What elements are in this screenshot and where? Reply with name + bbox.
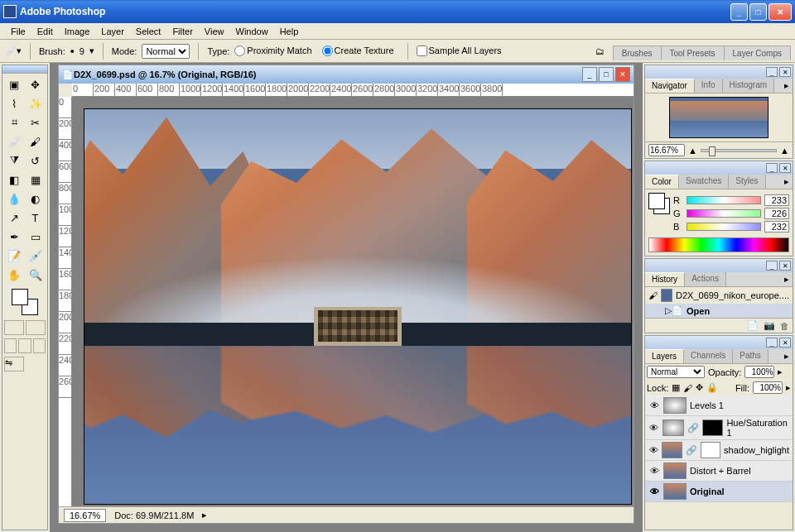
window-minimize[interactable]: _: [730, 3, 748, 21]
new-doc-icon[interactable]: 📄: [747, 320, 759, 331]
tool-zoom[interactable]: 🔍: [26, 266, 46, 284]
menu-help[interactable]: Help: [274, 25, 305, 38]
tool-shape[interactable]: ▭: [26, 228, 46, 246]
visibility-icon[interactable]: 👁: [648, 465, 660, 477]
tool-preset-icon[interactable]: 🩹▾: [5, 46, 22, 56]
window-maximize[interactable]: □: [749, 3, 767, 21]
panel-close[interactable]: ✕: [779, 338, 791, 347]
tool-eyedropper[interactable]: 💉: [26, 247, 46, 265]
tool-slice[interactable]: ✂: [26, 113, 46, 132]
history-step[interactable]: ▷📄 Open: [645, 304, 793, 318]
panel-close[interactable]: ✕: [779, 67, 791, 77]
mode-select[interactable]: Normal: [142, 44, 190, 59]
tool-blur[interactable]: 💧: [4, 189, 24, 208]
tab-color[interactable]: Color: [645, 175, 679, 189]
blend-mode-select[interactable]: Normal: [647, 366, 705, 378]
visibility-icon[interactable]: 👁: [648, 422, 659, 434]
tab-channels[interactable]: Channels: [684, 349, 733, 363]
lock-transparency-icon[interactable]: ▦: [672, 382, 680, 393]
r-slider[interactable]: [687, 196, 761, 204]
doc-close[interactable]: ✕: [615, 67, 630, 82]
toggle-palettes-icon[interactable]: 🗂: [595, 46, 605, 56]
link-icon[interactable]: 🔗: [687, 423, 699, 434]
tab-styles[interactable]: Styles: [729, 175, 765, 189]
panel-close[interactable]: ✕: [779, 163, 791, 173]
tab-histogram[interactable]: Histogram: [723, 79, 775, 93]
tool-gradient[interactable]: ▦: [26, 170, 46, 189]
navigator-thumbnail[interactable]: [669, 97, 768, 138]
tool-history-brush[interactable]: ↺: [26, 151, 46, 170]
tool-notes[interactable]: 📝: [4, 247, 24, 265]
nav-zoom-slider[interactable]: [701, 149, 777, 152]
panel-minimize[interactable]: _: [766, 261, 778, 271]
opacity-flyout[interactable]: ▸: [778, 367, 783, 377]
menu-view[interactable]: View: [199, 25, 230, 38]
history-snapshot[interactable]: 🖌 D2X_0699_nikon_europe....: [645, 287, 793, 304]
tool-wand[interactable]: ✨: [26, 94, 46, 113]
tab-actions[interactable]: Actions: [685, 272, 726, 286]
visibility-icon[interactable]: 👁: [648, 400, 660, 411]
lock-position-icon[interactable]: ✥: [696, 382, 703, 393]
tab-layer-comps[interactable]: Layer Comps: [724, 46, 791, 60]
visibility-icon[interactable]: 👁: [648, 486, 660, 497]
tool-dodge[interactable]: ◐: [26, 189, 46, 208]
jump-to-imageready[interactable]: ⇋: [4, 357, 24, 371]
r-value[interactable]: 233: [764, 194, 789, 206]
screen-full[interactable]: [33, 338, 46, 353]
b-value[interactable]: 232: [764, 221, 789, 232]
proximity-radio[interactable]: Proximity Match: [234, 46, 311, 57]
panel-minimize[interactable]: _: [766, 67, 778, 77]
layer-item[interactable]: 👁 Levels 1: [645, 395, 793, 416]
panel-minimize[interactable]: _: [766, 338, 778, 347]
tool-move[interactable]: ✥: [26, 75, 46, 93]
tab-info[interactable]: Info: [695, 79, 723, 93]
opacity-field[interactable]: [744, 366, 774, 378]
g-slider[interactable]: [687, 209, 761, 218]
tab-paths[interactable]: Paths: [733, 349, 768, 363]
color-fgbg[interactable]: [648, 193, 670, 214]
doc-maximize[interactable]: □: [599, 67, 614, 82]
layer-item[interactable]: 👁 Distort + Barrel: [645, 461, 793, 482]
foreground-color[interactable]: [12, 289, 28, 305]
menu-image[interactable]: Image: [59, 25, 96, 38]
panel-close[interactable]: ✕: [779, 261, 791, 271]
tool-path[interactable]: ↗: [4, 208, 24, 227]
tool-eraser[interactable]: ◧: [4, 170, 24, 189]
lock-all-icon[interactable]: 🔒: [706, 382, 718, 393]
sample-all-checkbox[interactable]: Sample All Layers: [417, 46, 502, 57]
tool-brush[interactable]: 🖌: [26, 132, 46, 151]
zoom-out-icon[interactable]: ▲: [688, 146, 697, 156]
fill-field[interactable]: [753, 381, 783, 394]
color-swatches[interactable]: [12, 289, 38, 315]
tab-navigator[interactable]: Navigator: [645, 79, 695, 93]
tab-brushes[interactable]: Brushes: [613, 46, 662, 60]
window-close[interactable]: ✕: [768, 3, 792, 21]
status-menu-icon[interactable]: ▸: [202, 510, 207, 520]
tool-healing[interactable]: 🩹: [4, 132, 24, 151]
create-texture-radio[interactable]: Create Texture: [322, 46, 394, 57]
spectrum-ramp[interactable]: [648, 237, 789, 252]
b-slider[interactable]: [687, 223, 761, 231]
menu-file[interactable]: File: [5, 25, 31, 38]
zoom-field[interactable]: 16.67%: [64, 509, 106, 522]
trash-icon[interactable]: 🗑: [780, 321, 789, 331]
brush-size[interactable]: 9: [80, 46, 84, 56]
panel-menu-icon[interactable]: ▸: [781, 79, 793, 93]
tool-pen[interactable]: ✒: [4, 228, 24, 246]
tab-history[interactable]: History: [645, 272, 685, 286]
menu-select[interactable]: Select: [130, 25, 167, 38]
tool-lasso[interactable]: ⌇: [4, 94, 24, 113]
canvas[interactable]: [72, 97, 634, 506]
tool-type[interactable]: T: [26, 208, 46, 227]
screen-full-menu[interactable]: [18, 338, 31, 353]
nav-zoom-field[interactable]: [648, 144, 685, 156]
tool-marquee[interactable]: ▣: [4, 75, 24, 93]
layer-item[interactable]: 👁 Original: [645, 482, 793, 502]
tool-stamp[interactable]: ⧩: [4, 151, 24, 170]
menu-layer[interactable]: Layer: [95, 25, 130, 38]
tab-swatches[interactable]: Swatches: [679, 175, 729, 189]
panel-minimize[interactable]: _: [766, 163, 778, 173]
doc-minimize[interactable]: _: [582, 67, 597, 82]
screen-standard[interactable]: [4, 338, 17, 353]
tool-crop[interactable]: ⌗: [4, 113, 24, 132]
